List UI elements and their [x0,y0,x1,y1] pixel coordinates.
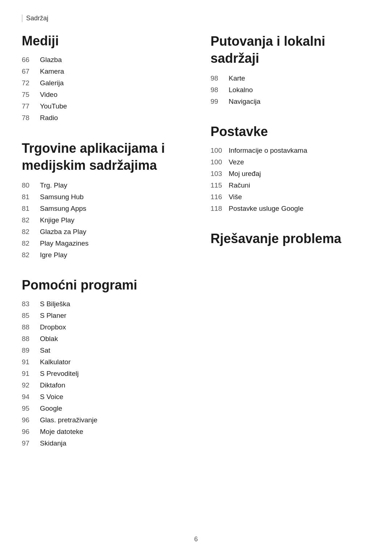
toc-text: Knjige Play [40,216,74,224]
list-item: 99 Navigacija [211,98,370,106]
toc-number: 98 [211,74,229,82]
toc-text: Više [229,193,242,201]
toc-number: 103 [211,170,229,178]
toc-number: 96 [22,416,40,424]
list-item: 88 Oblak [22,335,181,343]
list-item: 116 Više [211,193,370,201]
toc-number: 85 [22,312,40,320]
toc-text: Kalkulator [40,358,71,366]
toc-number: 81 [22,205,40,213]
list-item: 83 S Bilješka [22,300,181,308]
toc-number: 115 [211,181,229,189]
section-title-trgovine: Trgovine aplikacijama i medijskim sadrža… [22,140,181,174]
page-container: Sadržaj Mediji 66 Glazba 67 Kamera 72 [0,0,392,554]
section-postavke: Postavke 100 Informacije o postavkama 10… [211,124,370,213]
list-item: 92 Diktafon [22,381,181,389]
section-rjesavanje: Rješavanje problema [211,231,370,246]
two-column-layout: Mediji 66 Glazba 67 Kamera 72 Galerija [22,33,370,465]
toc-text: Računi [229,181,250,189]
toc-number: 82 [22,239,40,247]
toc-number: 82 [22,228,40,236]
toc-list-trgovine: 80 Trg. Play 81 Samsung Hub 81 Samsung A… [22,181,181,259]
header-label: Sadržaj [22,15,370,22]
list-item: 75 Video [22,91,181,99]
list-item: 98 Karte [211,74,370,82]
toc-text: Trg. Play [40,181,67,189]
section-title-putovanja: Putovanja i lokalni sadržaji [211,33,370,67]
page-number: 6 [194,535,198,543]
toc-list-postavke: 100 Informacije o postavkama 100 Veze 10… [211,147,370,213]
toc-number: 77 [22,102,40,110]
section-title-pomocni-programi: Pomoćni programi [22,277,181,293]
toc-text: Sat [40,346,50,354]
toc-number: 80 [22,181,40,189]
toc-number: 81 [22,193,40,201]
toc-number: 83 [22,300,40,308]
list-item: 78 Radio [22,114,181,122]
list-item: 88 Dropbox [22,323,181,331]
section-pomocni-programi: Pomoćni programi 83 S Bilješka 85 S Plan… [22,277,181,447]
toc-number: 100 [211,147,229,155]
list-item: 100 Informacije o postavkama [211,147,370,155]
toc-number: 92 [22,381,40,389]
toc-text: S Bilješka [40,300,70,308]
toc-text: YouTube [40,102,67,110]
toc-text: Google [40,405,62,413]
section-title-postavke: Postavke [211,124,370,139]
list-item: 97 Skidanja [22,439,181,447]
toc-number: 88 [22,335,40,343]
left-column: Mediji 66 Glazba 67 Kamera 72 Galerija [22,33,196,465]
toc-list-putovanja: 98 Karte 98 Lokalno 99 Navigacija [211,74,370,106]
list-item: 89 Sat [22,346,181,354]
toc-number: 91 [22,358,40,366]
toc-number: 66 [22,56,40,64]
toc-text: Kamera [40,67,64,75]
toc-text: Igre Play [40,251,67,259]
toc-text: Lokalno [229,86,253,94]
toc-number: 82 [22,251,40,259]
toc-number: 88 [22,323,40,331]
toc-number: 118 [211,205,229,213]
toc-text: Skidanja [40,439,66,447]
list-item: 96 Moje datoteke [22,428,181,436]
toc-text: Galerija [40,79,64,87]
list-item: 77 YouTube [22,102,181,110]
toc-number: 94 [22,393,40,401]
toc-text: Informacije o postavkama [229,147,307,155]
list-item: 103 Moj uređaj [211,170,370,178]
toc-number: 116 [211,193,229,201]
toc-number: 100 [211,158,229,166]
toc-text: Video [40,91,57,99]
list-item: 81 Samsung Apps [22,205,181,213]
toc-text: Veze [229,158,244,166]
toc-text: Dropbox [40,323,66,331]
toc-number: 78 [22,114,40,122]
toc-number: 89 [22,346,40,354]
toc-number: 98 [211,86,229,94]
toc-text: Samsung Hub [40,193,83,201]
list-item: 82 Igre Play [22,251,181,259]
list-item: 98 Lokalno [211,86,370,94]
list-item: 94 S Voice [22,393,181,401]
list-item: 95 Google [22,405,181,413]
toc-text: Samsung Apps [40,205,86,213]
toc-text: Glas. pretraživanje [40,416,97,424]
toc-number: 67 [22,67,40,75]
toc-text: Radio [40,114,58,122]
list-item: 67 Kamera [22,67,181,75]
toc-number: 99 [211,98,229,106]
toc-text: Oblak [40,335,58,343]
toc-number: 97 [22,439,40,447]
toc-text: S Voice [40,393,63,401]
section-mediji: Mediji 66 Glazba 67 Kamera 72 Galerija [22,33,181,122]
section-trgovine: Trgovine aplikacijama i medijskim sadrža… [22,140,181,259]
list-item: 81 Samsung Hub [22,193,181,201]
list-item: 80 Trg. Play [22,181,181,189]
toc-text: Diktafon [40,381,65,389]
list-item: 91 S Prevoditelj [22,370,181,378]
list-item: 115 Računi [211,181,370,189]
list-item: 82 Play Magazines [22,239,181,247]
section-title-rjesavanje: Rješavanje problema [211,231,370,246]
toc-number: 82 [22,216,40,224]
list-item: 85 S Planer [22,312,181,320]
